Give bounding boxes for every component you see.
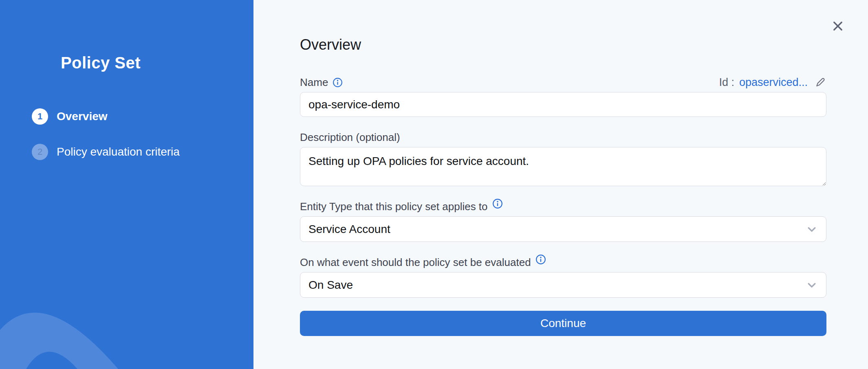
panel-heading: Overview: [300, 36, 826, 54]
policy-set-modal: Policy Set 1 Overview 2 Policy evaluatio…: [0, 0, 868, 369]
entity-type-label-row: Entity Type that this policy set applies…: [300, 200, 826, 213]
description-label: Description (optional): [300, 131, 400, 144]
step-overview[interactable]: 1 Overview: [32, 108, 253, 125]
entity-type-selected-value: Service Account: [308, 223, 390, 236]
entity-type-info-icon[interactable]: [492, 198, 503, 209]
event-label: On what event should the policy set be e…: [300, 256, 531, 269]
step-policy-evaluation-criteria[interactable]: 2 Policy evaluation criteria: [32, 144, 253, 160]
sidebar: Policy Set 1 Overview 2 Policy evaluatio…: [0, 0, 253, 369]
continue-button[interactable]: Continue: [300, 311, 826, 336]
close-icon: [831, 19, 845, 33]
event-selected-value: On Save: [308, 279, 353, 292]
event-label-row: On what event should the policy set be e…: [300, 256, 826, 269]
close-button[interactable]: [829, 17, 847, 35]
description-textarea[interactable]: Setting up OPA policies for service acco…: [300, 147, 826, 186]
chevron-down-icon: [805, 278, 819, 292]
chevron-down-icon: [805, 222, 819, 236]
sidebar-title: Policy Set: [0, 53, 201, 72]
step-2-label: Policy evaluation criteria: [57, 145, 180, 158]
event-info-icon[interactable]: [535, 254, 546, 265]
id-row: Id : opaserviced...: [719, 76, 826, 89]
pencil-icon: [814, 76, 826, 88]
edit-id-button[interactable]: [814, 76, 826, 88]
event-label-group: On what event should the policy set be e…: [300, 256, 546, 269]
wizard-step-list: 1 Overview 2 Policy evaluation criteria: [32, 108, 253, 160]
event-select[interactable]: On Save: [300, 272, 826, 298]
overview-step-panel: Overview Name Id : opaserviced...: [253, 0, 868, 369]
name-info-icon[interactable]: [333, 77, 343, 88]
entity-type-label: Entity Type that this policy set applies…: [300, 200, 488, 213]
name-label-row: Name Id : opaserviced...: [300, 76, 826, 89]
entity-type-label-group: Entity Type that this policy set applies…: [300, 200, 503, 213]
step-1-label: Overview: [57, 110, 108, 123]
step-1-badge: 1: [32, 108, 48, 125]
name-label-group: Name: [300, 76, 343, 89]
id-label: Id :: [719, 76, 734, 89]
wave-decoration-icon: [0, 312, 122, 369]
entity-type-select[interactable]: Service Account: [300, 216, 826, 242]
description-label-row: Description (optional): [300, 131, 826, 144]
id-value-link[interactable]: opaserviced...: [739, 76, 808, 89]
step-2-badge: 2: [32, 144, 48, 160]
name-input[interactable]: [300, 92, 826, 117]
name-label: Name: [300, 76, 328, 89]
